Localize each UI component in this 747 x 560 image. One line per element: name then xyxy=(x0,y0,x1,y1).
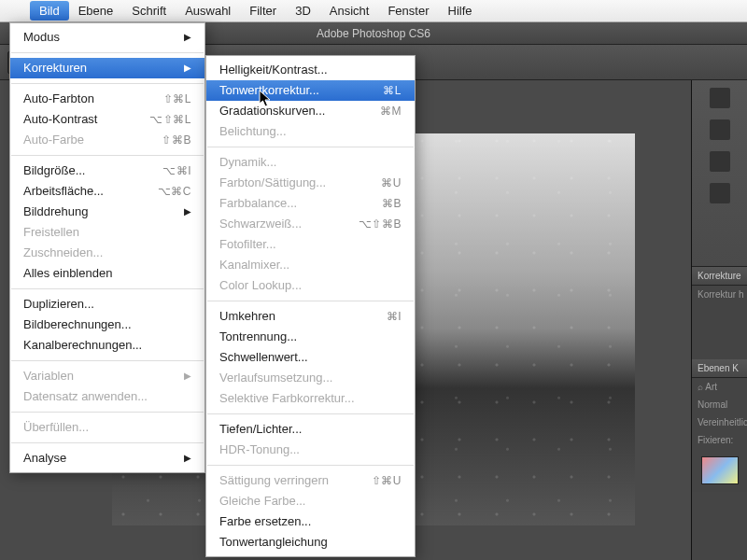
menu-item-label: Schwarzweiß... xyxy=(219,216,302,232)
menu-shortcut: ⇧⌘B xyxy=(162,132,191,148)
korrekturen-item-hdr-tonung: HDR-Tonung... xyxy=(206,440,415,460)
bild-item-analyse[interactable]: Analyse▶ xyxy=(10,448,204,469)
menu-item-label: Selektive Farbkorrektur... xyxy=(219,390,355,407)
menu-item-label: Datensatz anwenden... xyxy=(23,388,148,405)
korrekturen-item-kanalmixer: Kanalmixer... xyxy=(206,255,415,275)
menu-shortcut: ⌘B xyxy=(382,195,402,212)
right-panel-dock: Korrekture Korrektur h Ebenen K ⌕ Art No… xyxy=(691,80,747,560)
menu-item-label: Korrekturen xyxy=(23,60,87,77)
korrekturen-item-tiefen-lichter[interactable]: Tiefen/Lichter... xyxy=(206,419,415,440)
menu-ebene[interactable]: Ebene xyxy=(69,1,123,21)
bild-item-korrekturen[interactable]: Korrekturen▶ xyxy=(10,58,204,78)
korrekturen-item-farbe-ersetzen[interactable]: Farbe ersetzen... xyxy=(206,511,415,532)
menu-item-label: Variablen xyxy=(23,368,74,385)
menu-separator xyxy=(207,147,414,147)
menu-separator xyxy=(11,155,204,156)
menu-item-label: Farbton/Sättigung... xyxy=(219,175,326,191)
korrekturen-item-belichtung: Belichtung... xyxy=(206,121,415,142)
menu-schrift[interactable]: Schrift xyxy=(122,1,176,21)
menu-item-label: Tonwertangleichung xyxy=(219,534,328,551)
panel-icon-strip xyxy=(692,80,747,267)
menu-filter[interactable]: Filter xyxy=(240,1,286,21)
layer-thumbnail[interactable] xyxy=(701,456,739,484)
korrekturen-item-color-lookup: Color Lookup... xyxy=(206,275,415,296)
korrekturen-item-selektive-farbkorrektur: Selektive Farbkorrektur... xyxy=(206,388,415,409)
korrekturen-item-tonwertangleichung[interactable]: Tonwertangleichung xyxy=(206,532,415,553)
menu-item-label: Kanalmixer... xyxy=(219,257,289,273)
submenu-arrow-icon: ▶ xyxy=(184,29,191,46)
layer-filter-row[interactable]: ⌕ Art xyxy=(692,378,747,396)
panel-header-korrekturen[interactable]: Korrekture xyxy=(692,267,747,286)
menu-item-label: Bildgröße... xyxy=(23,162,85,179)
menu-hilfe[interactable]: Hilfe xyxy=(439,1,482,21)
menu-item-label: Alles einblenden xyxy=(23,265,112,282)
bild-item-bilddrehung[interactable]: Bilddrehung▶ xyxy=(10,202,204,222)
menu-shortcut: ⌘U xyxy=(381,175,402,191)
submenu-arrow-icon: ▶ xyxy=(184,203,191,220)
korrekturen-item-umkehren[interactable]: Umkehren⌘I xyxy=(206,306,415,327)
korrekturen-item-dynamik: Dynamik... xyxy=(206,152,415,173)
bild-item-kanalberechnungen[interactable]: Kanalberechnungen... xyxy=(10,335,204,356)
menu-shortcut: ⌘L xyxy=(383,82,402,99)
korrekturen-item-gradationskurven[interactable]: Gradationskurven...⌘M xyxy=(206,101,415,121)
menu-ansicht[interactable]: Ansicht xyxy=(320,1,379,21)
korrekturen-item-tontrennung[interactable]: Tontrennung... xyxy=(206,327,415,347)
menu-item-label: Schwellenwert... xyxy=(219,349,308,366)
menu-bild[interactable]: Bild xyxy=(30,1,69,21)
menu-separator xyxy=(207,465,414,466)
menu-separator xyxy=(11,52,204,53)
menu-item-label: Belichtung... xyxy=(219,123,287,140)
bild-item-freistellen: Freistellen xyxy=(10,222,204,243)
menu-separator xyxy=(207,301,414,301)
menu-shortcut: ⌥⇧⌘B xyxy=(359,216,402,232)
korrekturen-item-helligkeit-kontrast[interactable]: Helligkeit/Kontrast... xyxy=(206,60,415,80)
lock-label: Fixieren: xyxy=(692,431,747,449)
menu-3d[interactable]: 3D xyxy=(286,1,320,21)
bild-item-auto-kontrast[interactable]: Auto-Kontrast⌥⇧⌘L xyxy=(10,109,204,130)
menu-separator xyxy=(207,413,414,414)
bild-item-bildberechnungen[interactable]: Bildberechnungen... xyxy=(10,315,204,335)
panel-icon[interactable] xyxy=(710,119,730,140)
korrekturen-item-gleiche-farbe: Gleiche Farbe... xyxy=(206,491,415,511)
layer-row[interactable] xyxy=(692,449,747,492)
submenu-arrow-icon: ▶ xyxy=(184,60,191,77)
bild-item-überfüllen: Überfüllen... xyxy=(10,417,204,438)
korrekturen-item-schwellenwert[interactable]: Schwellenwert... xyxy=(206,347,415,368)
menu-item-label: HDR-Tonung... xyxy=(219,441,300,458)
menu-item-label: Color Lookup... xyxy=(219,277,302,294)
menu-fenster[interactable]: Fenster xyxy=(378,1,438,21)
bild-item-duplizieren[interactable]: Duplizieren... xyxy=(10,294,204,315)
bild-item-arbeitsfläche[interactable]: Arbeitsfläche...⌥⌘C xyxy=(10,181,204,202)
search-icon: ⌕ xyxy=(698,382,703,392)
korrekturen-item-sättigung-verringern: Sättigung verringern⇧⌘U xyxy=(206,470,415,491)
menu-separator xyxy=(11,412,204,413)
menu-item-label: Sättigung verringern xyxy=(219,472,329,489)
menu-item-label: Arbeitsfläche... xyxy=(23,183,104,200)
blend-mode[interactable]: Normal xyxy=(692,396,747,413)
apple-menu-icon[interactable] xyxy=(7,4,22,19)
menu-separator xyxy=(11,442,204,443)
bild-item-bildgröße[interactable]: Bildgröße...⌥⌘I xyxy=(10,161,204,181)
korrekturen-item-tonwertkorrektur[interactable]: Tonwertkorrektur...⌘L xyxy=(206,80,415,101)
panel-header-ebenen[interactable]: Ebenen K xyxy=(692,359,747,378)
menu-separator xyxy=(11,83,204,84)
panel-icon[interactable] xyxy=(710,88,730,108)
menu-item-label: Auto-Farbton xyxy=(23,91,94,107)
menu-shortcut: ⌥⌘C xyxy=(158,183,191,200)
panel-icon[interactable] xyxy=(710,183,730,203)
panel-icon[interactable] xyxy=(710,151,730,172)
bild-item-alles-einblenden[interactable]: Alles einblenden xyxy=(10,263,204,284)
menu-separator xyxy=(11,288,204,289)
bild-item-zuschneiden: Zuschneiden... xyxy=(10,243,204,263)
menu-auswahl[interactable]: Auswahl xyxy=(176,1,240,21)
menu-bild-dropdown: Modus▶Korrekturen▶Auto-Farbton⇧⌘LAuto-Ko… xyxy=(9,22,205,473)
bild-item-auto-farbton[interactable]: Auto-Farbton⇧⌘L xyxy=(10,89,204,109)
menu-item-label: Helligkeit/Kontrast... xyxy=(219,62,328,78)
os-menu-bar: Bild Ebene Schrift Auswahl Filter 3D Ans… xyxy=(0,0,747,22)
submenu-arrow-icon: ▶ xyxy=(184,368,191,385)
menu-item-label: Gleiche Farbe... xyxy=(219,493,306,510)
unify-label: Vereinheitlic xyxy=(692,413,747,431)
bild-item-datensatz-anwenden: Datensatz anwenden... xyxy=(10,386,204,407)
bild-item-modus[interactable]: Modus▶ xyxy=(10,27,204,48)
menu-shortcut: ⇧⌘U xyxy=(372,472,402,489)
